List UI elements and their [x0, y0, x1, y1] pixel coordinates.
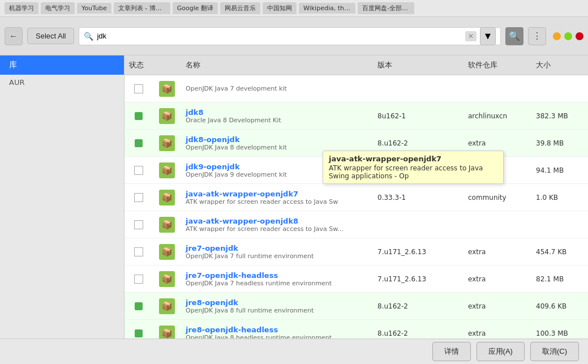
tooltip-desc: ATK wrapper for screen reader access to …	[329, 164, 497, 180]
package-desc: OpenJDK Java 8 development kit	[186, 144, 287, 151]
main-content: 库 AUR 状态 名称 版本 软件仓库 大小 📦 OpenJ	[0, 55, 588, 339]
package-version: 0.33.3-1	[377, 194, 406, 202]
minimize-button[interactable]	[553, 32, 561, 40]
tab-wenzhang[interactable]: 文章列表 - 博客编辑...	[114, 2, 170, 14]
package-size-cell	[531, 87, 588, 91]
apply-button[interactable]: 应用(A)	[477, 342, 525, 361]
toolbar: ← Select All 🔍 ✕ ▼ 🔍 ⋮	[0, 17, 588, 55]
select-all-button[interactable]: Select All	[27, 28, 74, 44]
tab-zhiwang[interactable]: 中国知网	[263, 2, 297, 14]
browser-tabs: 机器学习 电气学习 YouTube 文章列表 - 博客编辑... Google …	[5, 2, 414, 14]
package-desc: OpenJDK Java 7 full runtime environment	[186, 252, 314, 260]
search-dropdown-button[interactable]: ▼	[480, 27, 496, 45]
package-desc: OpenJDK Java 9 development kit	[186, 171, 287, 178]
details-button[interactable]: 详情	[432, 342, 471, 361]
package-size-cell	[531, 222, 588, 227]
tab-wikipedia[interactable]: Wikipedia, the free...	[299, 3, 355, 14]
search-go-button[interactable]: 🔍	[505, 27, 523, 45]
package-name-cell[interactable]: java-atk-wrapper-openjdk7 ATK wrapper fo…	[181, 187, 373, 208]
package-desc: OpenJDK Java 8 headless runtime environm…	[186, 334, 332, 339]
package-size-cell: 82.1 MB	[531, 273, 588, 285]
table-header: 状态 名称 版本 软件仓库 大小	[125, 55, 588, 75]
package-name-cell[interactable]: jre7-openjdk-headless OpenJDK Java 7 hea…	[181, 269, 373, 289]
sidebar: 库 AUR	[0, 55, 125, 339]
package-version: 7.u171_2.6.13	[377, 275, 426, 283]
package-name-cell[interactable]: jdk8 Oracle Java 8 Development Kit	[181, 106, 373, 126]
package-desc: ATK wrapper for screen reader access to …	[186, 198, 338, 205]
package-size-cell: 39.8 MB	[531, 137, 588, 149]
header-size: 大小	[531, 58, 588, 72]
package-repo: extra	[468, 275, 486, 283]
row-checkbox[interactable]	[134, 247, 143, 256]
package-icon: 📦	[159, 326, 175, 339]
package-repo: extra	[468, 302, 486, 310]
package-name-cell[interactable]: jre7-openjdk OpenJDK Java 7 full runtime…	[181, 242, 373, 262]
header-repo: 软件仓库	[463, 58, 531, 72]
package-name-cell[interactable]: jre8-openjdk OpenJDK Java 8 full runtime…	[181, 296, 373, 316]
package-size: 382.3 MB	[536, 112, 568, 120]
maximize-button[interactable]	[564, 32, 572, 40]
package-size-cell: 1.0 KB	[531, 191, 588, 204]
header-version: 版本	[373, 58, 463, 72]
package-size: 94.1 MB	[536, 166, 564, 174]
row-checkbox[interactable]	[134, 166, 143, 175]
package-version-cell	[373, 222, 463, 227]
package-repo-cell: extra	[463, 300, 531, 312]
package-repo-cell: extra	[463, 246, 531, 258]
package-icon: 📦	[159, 108, 175, 124]
sidebar-item-aur[interactable]: AUR	[0, 75, 124, 90]
tab-baidu[interactable]: 百度网盘-全部文件	[358, 2, 414, 14]
package-name: jdk8-openjdk	[186, 135, 240, 144]
tab-google[interactable]: Google 翻译	[173, 2, 218, 14]
installed-indicator	[135, 302, 143, 310]
app-window: ← Select All 🔍 ✕ ▼ 🔍 ⋮ 库 AUR 状态	[0, 17, 588, 364]
tab-wangyi[interactable]: 网易云音乐	[220, 2, 260, 14]
row-checkbox[interactable]	[134, 193, 143, 202]
package-repo-cell: community	[463, 191, 531, 204]
package-size: 1.0 KB	[536, 194, 558, 202]
installed-indicator	[135, 112, 143, 120]
package-repo-cell: archlinuxcn	[463, 110, 531, 122]
package-repo: community	[468, 194, 507, 202]
package-name-cell[interactable]: java-atk-wrapper-openjdk8 ATK wrapper fo…	[181, 215, 373, 235]
menu-button[interactable]: ⋮	[528, 27, 546, 45]
installed-indicator	[135, 139, 143, 147]
header-status: 状态	[125, 58, 153, 72]
back-button[interactable]: ←	[5, 27, 23, 45]
tab-diaqixuexi[interactable]: 电气学习	[41, 2, 75, 14]
package-size: 409.6 KB	[536, 302, 566, 310]
package-size: 39.8 MB	[536, 139, 564, 147]
cancel-button[interactable]: 取消(C)	[530, 342, 579, 361]
list-area: 状态 名称 版本 软件仓库 大小 📦 OpenJDK Java 7 develo…	[125, 55, 588, 339]
package-desc: ATK wrapper for screen reader access to …	[186, 225, 344, 233]
sidebar-item-library[interactable]: 库	[0, 55, 124, 75]
package-name: jre8-openjdk	[186, 298, 238, 307]
table-row: 📦 jdk8 Oracle Java 8 Development Kit 8u1…	[125, 102, 588, 130]
package-desc: OpenJDK Java 8 full runtime environment	[186, 307, 314, 314]
close-button[interactable]	[576, 32, 583, 40]
package-icon: 📦	[159, 162, 175, 178]
search-clear-button[interactable]: ✕	[465, 31, 477, 41]
browser-bar: 机器学习 电气学习 YouTube 文章列表 - 博客编辑... Google …	[0, 0, 588, 17]
row-checkbox[interactable]	[134, 275, 143, 284]
package-version: 8u162-1	[377, 112, 406, 120]
window-controls	[553, 32, 583, 40]
row-checkbox[interactable]	[134, 220, 143, 229]
bottom-bar: 详情 应用(A) 取消(C)	[0, 339, 588, 364]
package-size-cell: 409.6 KB	[531, 300, 588, 312]
package-name-cell[interactable]: jre8-openjdk-headless OpenJDK Java 8 hea…	[181, 323, 373, 339]
row-checkbox[interactable]	[134, 84, 143, 93]
tab-youtube[interactable]: YouTube	[77, 3, 111, 14]
package-version-cell: 8.u162-2	[373, 137, 463, 149]
package-size-cell: 454.7 KB	[531, 246, 588, 258]
tab-jiqixuexi[interactable]: 机器学习	[5, 2, 38, 14]
package-icon: 📦	[159, 271, 175, 287]
package-name: java-atk-wrapper-openjdk8	[186, 217, 298, 225]
search-input[interactable]	[97, 32, 462, 40]
package-size: 82.1 MB	[536, 275, 564, 283]
package-repo-cell: extra	[463, 137, 531, 149]
table-row: 📦 jre8-openjdk OpenJDK Java 8 full runti…	[125, 293, 588, 320]
tooltip-title: java-atk-wrapper-openjdk7	[329, 155, 497, 163]
package-name: jdk8	[186, 108, 203, 117]
package-icon: 📦	[159, 190, 175, 205]
